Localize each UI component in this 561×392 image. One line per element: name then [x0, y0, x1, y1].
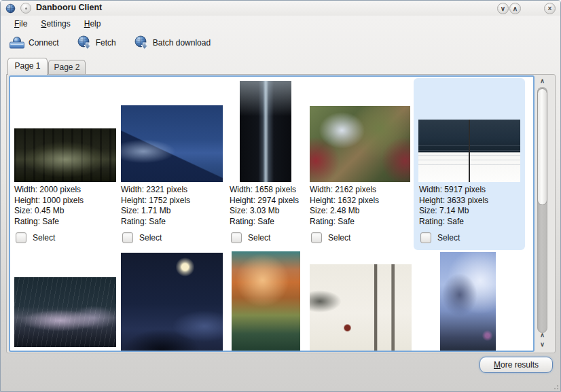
post-size: Size: 0.45 Mb — [14, 206, 84, 217]
post-width: Width: 5917 pixels — [419, 185, 488, 196]
select-label: Select — [328, 233, 350, 243]
connect-button[interactable]: Connect — [6, 35, 62, 51]
post-size: Size: 7.14 Mb — [419, 206, 488, 217]
post-width: Width: 2321 pixels — [121, 185, 190, 196]
menu-help[interactable]: Help — [77, 17, 108, 31]
post-size: Size: 1.71 Mb — [121, 206, 190, 217]
more-results-label: More results — [494, 357, 539, 372]
select-row: Select — [16, 232, 55, 243]
post-rating: Rating: Safe — [121, 217, 190, 228]
more-results-button[interactable]: More results — [479, 357, 553, 373]
post-height: Height: 1000 pixels — [14, 196, 84, 207]
menu-file[interactable]: File — [7, 17, 34, 31]
select-row: Select — [311, 232, 350, 243]
select-checkbox[interactable] — [420, 232, 431, 243]
post-size: Size: 2.48 Mb — [310, 206, 379, 217]
post-thumbnail-rooftops[interactable] — [121, 105, 223, 182]
vertical-scrollbar: ∧ ∧ ∨ — [537, 76, 548, 351]
scroll-down-icon[interactable]: ∨ — [537, 340, 548, 350]
post-metadata: Width: 5917 pixels Height: 3633 pixels S… — [419, 185, 488, 227]
select-row: Select — [122, 232, 162, 243]
post-height: Height: 2974 pixels — [230, 196, 299, 207]
results-list: Width: 2000 pixels Height: 1000 pixels S… — [9, 75, 535, 352]
post-metadata: Width: 2321 pixels Height: 1752 pixels S… — [121, 185, 190, 227]
select-checkbox[interactable] — [231, 232, 242, 243]
minimize-button[interactable]: ∨ — [497, 3, 509, 14]
post-thumbnail-painting[interactable] — [310, 106, 410, 182]
select-label: Select — [437, 233, 460, 243]
tab-page-2[interactable]: Page 2 — [48, 60, 86, 75]
post-thumbnail-moon-pylon[interactable] — [121, 253, 223, 352]
fetch-label: Fetch — [96, 38, 116, 48]
post-metadata: Width: 2162 pixels Height: 1632 pixels S… — [310, 185, 379, 227]
post-thumbnail-castle[interactable] — [440, 252, 496, 352]
scroll-up-icon[interactable]: ∧ — [537, 330, 548, 340]
post-thumbnail-alley[interactable] — [240, 81, 291, 182]
select-checkbox[interactable] — [122, 232, 133, 243]
post-size: Size: 3.03 Mb — [230, 206, 299, 217]
post-thumbnail-snow-girl[interactable] — [310, 264, 412, 352]
post-rating: Rating: Safe — [419, 217, 488, 228]
menubar: File Settings Help — [1, 16, 560, 32]
menu-settings[interactable]: Settings — [34, 17, 77, 31]
post-thumbnail-orange-city[interactable] — [232, 251, 300, 352]
post-height: Height: 3633 pixels — [419, 196, 488, 207]
titlebar[interactable]: Danbooru Client ∨ ∧ × — [1, 1, 560, 16]
maximize-button[interactable]: ∧ — [509, 3, 521, 14]
batch-download-button[interactable]: Batch download — [131, 34, 213, 52]
select-label: Select — [33, 233, 55, 243]
scrollbar-thumb[interactable] — [537, 88, 547, 205]
post-width: Width: 1658 pixels — [230, 185, 299, 196]
window-pin-button[interactable] — [20, 3, 31, 14]
fetch-button[interactable]: Fetch — [74, 34, 119, 52]
toolbar: Connect Fetch Batch download — [1, 32, 560, 54]
post-thumbnail-warehouse[interactable] — [14, 128, 116, 182]
post-height: Height: 1752 pixels — [121, 196, 190, 207]
scroll-up-icon[interactable]: ∧ — [537, 76, 548, 86]
window-title: Danbooru Client — [36, 3, 102, 12]
resize-grip[interactable] — [552, 383, 559, 390]
fetch-globe-download-icon — [77, 35, 92, 50]
close-button[interactable]: × — [544, 3, 556, 14]
select-label: Select — [139, 233, 162, 243]
post-height: Height: 1632 pixels — [310, 196, 379, 207]
app-globe-icon — [5, 3, 16, 14]
danbooru-client-window: Danbooru Client ∨ ∧ × File Settings Help… — [0, 0, 561, 392]
post-width: Width: 2000 pixels — [14, 185, 84, 196]
select-row: Select — [231, 232, 270, 243]
connect-label: Connect — [29, 38, 59, 48]
post-width: Width: 2162 pixels — [310, 185, 379, 196]
post-thumbnail-spread[interactable] — [418, 120, 520, 182]
post-rating: Rating: Safe — [14, 217, 84, 228]
connect-drawer-icon — [9, 36, 25, 50]
select-checkbox[interactable] — [311, 232, 322, 243]
batch-download-label: Batch download — [153, 38, 211, 48]
post-thumbnail-rainy-city[interactable] — [14, 277, 116, 347]
select-checkbox[interactable] — [16, 232, 26, 243]
post-rating: Rating: Safe — [310, 217, 379, 228]
post-metadata: Width: 1658 pixels Height: 2974 pixels S… — [230, 185, 299, 227]
tab-page-1[interactable]: Page 1 — [7, 58, 48, 75]
batch-download-globe-icon — [134, 35, 149, 50]
post-metadata: Width: 2000 pixels Height: 1000 pixels S… — [14, 185, 84, 227]
select-label: Select — [248, 233, 270, 243]
scrollbar-track[interactable] — [537, 87, 547, 333]
select-row: Select — [420, 232, 460, 243]
post-rating: Rating: Safe — [230, 217, 299, 228]
